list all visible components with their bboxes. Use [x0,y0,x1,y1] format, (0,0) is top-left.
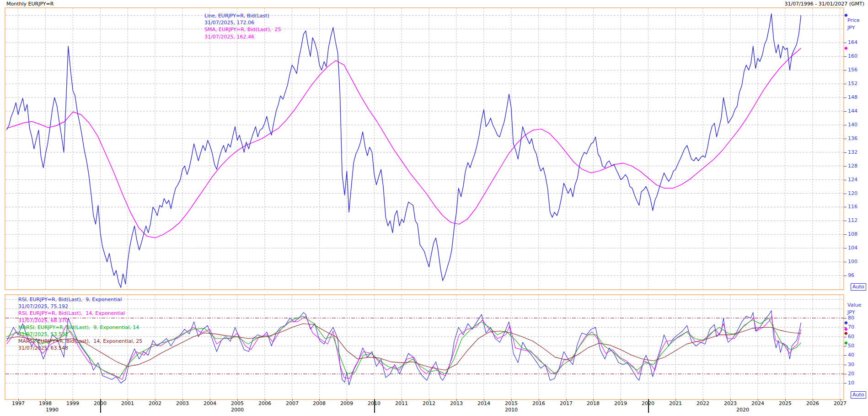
axis-tick-label: 140 [848,122,857,128]
axis-tick-mark [844,276,847,276]
legend-series-label[interactable]: MARSI, EURJPY=R, Bid(Last), 14, Exponent… [18,338,142,345]
axis-tick-label: 112 [848,217,857,223]
decade-tick-mark [648,399,649,413]
axis-tick-mark [844,207,847,207]
axis-tick-mark [844,97,847,98]
decade-label: 2020 [733,407,753,413]
axis-tick-label: 80 [848,315,854,321]
legend-series-label[interactable]: RSI, EURJPY=R, Bid(Last), 9, Exponential [18,296,142,303]
axis-tick-label: 152 [848,81,857,86]
year-label: 2015 [501,400,521,406]
year-label: 2014 [474,400,494,406]
axis-tick-mark [844,262,847,262]
decade-label: 2000 [227,407,247,413]
axis-tick-label: 120 [848,190,857,196]
axis-tick-label: 132 [848,149,857,155]
year-label: 2004 [200,400,220,406]
axis-tick-label: 124 [848,177,857,183]
axis-tick-mark [844,152,847,153]
price-chart-area[interactable] [5,8,844,289]
value-axis-auto-button[interactable]: Auto [851,391,866,399]
legend-series-value: 31/07/2025, 172.06 [204,19,281,26]
year-label: 2022 [693,400,713,406]
axis-tick-label: 96 [848,272,854,278]
axis-tick-mark [844,234,847,235]
legend-series-label[interactable]: MARSI, EURJPY=R, Bid(Last), 9, Exponenti… [18,324,142,331]
value-axis-title: Value [847,302,861,308]
year-label: 2005 [227,400,247,406]
axis-tick-mark [844,43,847,43]
legend-series-label[interactable]: Line, EURJPY=R, Bid(Last) [204,12,281,19]
axis-tick-mark [844,318,847,319]
year-label: 2002 [145,400,165,406]
chart-window: Monthly EURJPY=R 31/07/1996 - 31/01/2027… [0,0,868,416]
decade-label: 1990 [42,407,62,413]
axis-tick-label: 40 [848,352,854,358]
dark_red-last-value-marker-icon: ◆ [844,331,848,335]
blue-last-value-marker-icon: ◆ [844,13,848,17]
legend-series-value: 31/07/2025, 53.532 [18,331,142,338]
rsi-legend[interactable]: RSI, EURJPY=R, Bid(Last), 9, Exponential… [18,296,142,352]
decade-label: 2010 [501,407,521,413]
axis-tick-label: 30 [848,362,854,367]
axis-tick-mark [844,248,847,249]
year-label: 1999 [63,400,83,406]
axis-tick-label: 104 [848,245,857,251]
legend-series-value: 31/07/2025, 162.46 [204,33,281,40]
year-label: 2024 [748,400,768,406]
price-legend[interactable]: Line, EURJPY=R, Bid(Last)31/07/2025, 172… [204,12,281,40]
magenta-last-value-marker-icon: ◆ [844,46,848,50]
axis-tick-mark [844,365,847,365]
legend-series-value: 31/07/2025, 63.548 [18,345,142,351]
chart-title: Monthly EURJPY=R [6,1,54,7]
axis-tick-mark [844,70,847,70]
year-label: 2018 [583,400,603,406]
axis-tick-label: 148 [848,94,857,100]
axis-tick-label: 50 [848,343,854,349]
year-label: 2001 [118,400,138,406]
year-label: 2017 [556,400,576,406]
year-label: 1997 [8,400,28,406]
year-label: 2013 [446,400,466,406]
axis-tick-mark [844,346,847,346]
axis-tick-mark [844,166,847,167]
axis-tick-label: 160 [848,53,857,59]
legend-series-value: 31/07/2025, 68.370 [18,317,142,324]
blue-last-value-marker-icon: ◆ [844,320,848,325]
axis-tick-mark [844,139,847,139]
decade-tick-mark [374,399,375,413]
axis-tick-label: 20 [848,371,854,377]
axis-tick-mark [844,337,847,337]
axis-tick-label: 156 [848,67,857,73]
year-label: 2021 [665,400,686,406]
year-label: 2012 [419,400,439,406]
year-label: 2016 [529,400,549,406]
year-label: 1998 [35,400,55,406]
legend-series-value: 31/07/2025, 75.192 [18,303,142,310]
axis-tick-mark [844,355,847,356]
date-range-label: 31/07/1996 - 31/01/2027 (GMT) [784,1,864,7]
decade-tick-mark [100,399,101,413]
year-label: 2009 [337,400,357,406]
year-label: 2008 [309,400,329,406]
year-label: 2019 [611,400,631,406]
axis-tick-mark [844,84,847,84]
legend-series-label[interactable]: RSI, EURJPY=R, Bid(Last), 14, Exponentia… [18,310,142,317]
blue-series-line[interactable] [6,14,801,287]
axis-tick-label: 136 [848,135,857,141]
axis-tick-label: 164 [848,39,857,45]
price-axis-auto-button[interactable]: Auto [851,283,866,291]
green-last-value-marker-icon: ◆ [844,340,848,345]
axis-tick-label: 100 [848,259,857,265]
axis-tick-mark [844,374,847,374]
year-label: 2007 [282,400,302,406]
axis-tick-mark [844,56,847,57]
year-label: 2023 [720,400,740,406]
price-axis-title: Price [847,17,860,23]
legend-series-label[interactable]: SMA, EURJPY=R, Bid(Last), 25 [204,26,281,33]
magenta-series-line[interactable] [6,48,801,238]
axis-tick-label: 128 [848,163,857,169]
axis-tick-mark [844,194,847,194]
axis-tick-label: 108 [848,231,857,237]
axis-tick-mark [844,383,847,384]
